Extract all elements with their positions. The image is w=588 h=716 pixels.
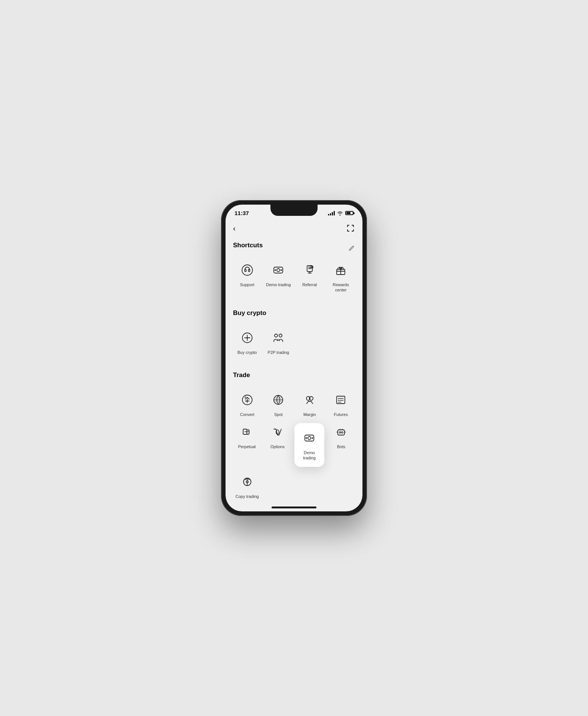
status-time: 11:37 [235, 210, 249, 216]
svg-point-22 [306, 437, 307, 439]
menu-buy-crypto[interactable]: Buy crypto [233, 329, 261, 355]
svg-point-5 [275, 269, 276, 271]
menu-futures[interactable]: Futures [327, 391, 355, 417]
demo-trading-icon [269, 261, 287, 279]
svg-point-6 [281, 269, 282, 271]
spot-label: Spot [274, 412, 283, 417]
scan-button[interactable] [346, 224, 355, 233]
trade-grid-row1: Convert Spot [233, 391, 355, 417]
phone-frame: 11:37 [221, 200, 367, 516]
shortcut-referral[interactable]: Referral [295, 261, 324, 293]
trade-title: Trade [233, 371, 250, 379]
notch [270, 205, 318, 216]
rewards-center-label: Rewards center [327, 282, 355, 293]
phone-screen: 11:37 [226, 205, 362, 511]
futures-label: Futures [334, 412, 348, 417]
menu-copy-trading[interactable]: Copy trading [233, 473, 261, 499]
svg-point-21 [308, 437, 311, 440]
options-icon [269, 423, 287, 441]
demo-trading-shortcut-label: Demo trading [266, 282, 291, 287]
convert-label: Convert [240, 412, 254, 417]
trade-grid-row2: Perpetual Options [233, 423, 355, 467]
trade-header: Trade [233, 371, 355, 385]
shortcut-demo-trading[interactable]: Demo trading [264, 261, 293, 293]
rewards-center-icon [332, 261, 350, 279]
support-label: Support [240, 282, 254, 287]
screen-content[interactable]: ‹ Shortcuts [226, 219, 362, 507]
svg-point-13 [279, 334, 282, 337]
svg-rect-2 [248, 269, 250, 272]
options-label: Options [270, 444, 285, 449]
copy-trading-icon [238, 473, 256, 491]
buy-crypto-icon [238, 329, 256, 347]
svg-point-0 [242, 265, 252, 275]
shortcut-support[interactable]: Support [233, 261, 261, 293]
support-icon [238, 261, 256, 279]
convert-icon [238, 391, 256, 409]
demo-trading-popup-icon [300, 429, 318, 447]
buy-crypto-title: Buy crypto [233, 309, 266, 317]
demo-trading-popup-card[interactable]: Demo trading [294, 423, 324, 467]
p2p-trading-label: P2P trading [268, 350, 289, 355]
menu-convert[interactable]: Convert [233, 391, 261, 417]
wifi-icon [337, 211, 343, 215]
demo-trading-popup-label: Demo trading [300, 450, 318, 461]
menu-options[interactable]: Options [264, 423, 291, 467]
signal-icon [328, 211, 335, 215]
spot-icon [269, 391, 287, 409]
back-button[interactable]: ‹ [233, 224, 236, 232]
copy-trading-label: Copy trading [236, 494, 259, 499]
svg-point-26 [342, 432, 343, 433]
svg-point-12 [275, 334, 278, 337]
trade-section: Trade Co [226, 365, 362, 502]
shortcuts-header: Shortcuts [233, 242, 355, 255]
margin-label: Margin [303, 412, 316, 417]
buy-crypto-grid: Buy crypto P2P trading [233, 329, 355, 355]
futures-icon [332, 391, 350, 409]
p2p-trading-icon [269, 329, 287, 347]
svg-rect-24 [338, 430, 344, 435]
svg-point-23 [312, 437, 313, 439]
menu-margin[interactable]: Margin [295, 391, 324, 417]
svg-rect-17 [337, 396, 345, 404]
shortcut-rewards-center[interactable]: Rewards center [327, 261, 355, 293]
bots-label: Bots [337, 444, 345, 449]
buy-crypto-label: Buy crypto [238, 350, 257, 355]
battery-icon [345, 211, 353, 215]
menu-p2p-trading[interactable]: P2P trading [264, 329, 293, 355]
menu-bots[interactable]: Bots [327, 423, 355, 467]
shortcuts-section: Shortcuts [226, 236, 362, 296]
shortcuts-edit-button[interactable] [348, 245, 355, 252]
perpetual-icon [238, 423, 256, 441]
status-icons [328, 211, 353, 215]
shortcuts-title: Shortcuts [233, 242, 263, 249]
referral-label: Referral [302, 282, 317, 287]
svg-point-25 [339, 432, 341, 433]
shortcuts-grid: Support Demo trading [233, 261, 355, 293]
svg-point-4 [277, 269, 280, 272]
perpetual-label: Perpetual [238, 444, 255, 449]
trade-grid-row3: Copy trading [233, 473, 355, 499]
buy-crypto-section: Buy crypto Buy crypto [226, 303, 362, 358]
bots-icon [332, 423, 350, 441]
buy-crypto-header: Buy crypto [233, 309, 355, 323]
home-indicator [272, 507, 316, 508]
menu-perpetual[interactable]: Perpetual [233, 423, 261, 467]
svg-rect-1 [245, 269, 246, 272]
menu-spot[interactable]: Spot [264, 391, 293, 417]
referral-icon [301, 261, 319, 279]
header-bar: ‹ [226, 219, 362, 236]
margin-icon [301, 391, 319, 409]
